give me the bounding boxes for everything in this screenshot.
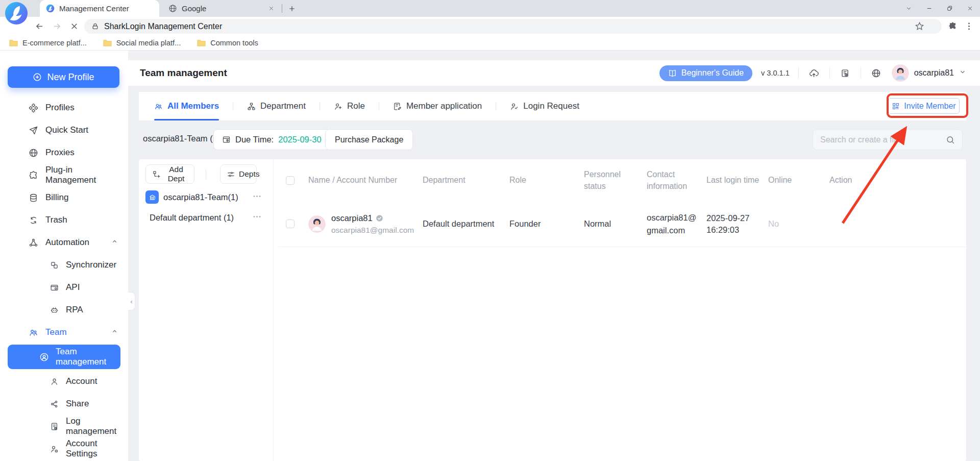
sidebar-item-quick-start[interactable]: Quick Start [0, 119, 128, 141]
column-header: Online [768, 174, 829, 186]
tab-member-application[interactable]: Member application [393, 92, 482, 120]
tab-login-request[interactable]: Login Request [510, 92, 579, 120]
member-last-login: 2025-09-27 16:29:03 [706, 213, 768, 235]
tab-search-button[interactable] [898, 0, 919, 17]
tab-close-icon[interactable] [266, 4, 276, 13]
tree-label: Default department (1) [150, 213, 234, 223]
org-plus-icon [152, 170, 161, 179]
share-icon [50, 400, 59, 408]
tab-label: All Members [167, 101, 219, 111]
invite-label: Invite Member [904, 102, 955, 111]
folder-icon [9, 39, 18, 46]
sidebar-label: Account [66, 376, 97, 386]
restore-icon [946, 5, 953, 12]
sidebar-item-account-settings[interactable]: Account Settings [0, 438, 128, 460]
sidebar-item-synchronizer[interactable]: Synchronizer [0, 254, 128, 276]
bookmark-label: E-commerce platf... [22, 39, 87, 47]
minimize-button[interactable] [919, 0, 939, 17]
filter-row: oscarpia81-Team (1) Due Time: 2025-09-30… [128, 129, 980, 150]
sidebar-item-profiles[interactable]: Profiles [0, 96, 128, 119]
tab-all-members[interactable]: All Members [154, 92, 219, 120]
person-circle-icon [39, 352, 49, 362]
due-date-value: 2025-09-30 [278, 135, 321, 144]
tab-separator [320, 102, 320, 110]
column-header: Action [829, 174, 966, 186]
members-card: Add Dept Depts oscarpia81-Team(1) Defaul… [139, 159, 966, 461]
chevron-up-icon [111, 237, 118, 248]
address-bar[interactable]: SharkLogin Management Center [84, 19, 942, 34]
panel-divider [273, 159, 274, 461]
sidebar-item-account[interactable]: Account [0, 370, 128, 393]
address-text: SharkLogin Management Center [104, 22, 222, 31]
logs-button[interactable] [839, 66, 852, 80]
purchase-package-button[interactable]: Purchase Package [325, 129, 413, 150]
select-all-checkbox[interactable] [286, 176, 295, 185]
column-header: Department [423, 174, 509, 186]
coins-icon [29, 193, 38, 203]
sidebar-item-share[interactable]: Share [0, 393, 128, 415]
sidebar-item-team-management[interactable]: Team management [8, 345, 120, 369]
tab-title: Management Center [59, 4, 129, 13]
user-menu[interactable]: oscarpia81 [892, 64, 966, 82]
sidebar-item-plugin-management[interactable]: Plug-in Management [0, 164, 128, 186]
due-time-pill[interactable]: Due Time: 2025-09-30 [213, 129, 330, 150]
add-dept-label: Add Dept [164, 165, 188, 183]
document-pen-icon [393, 102, 402, 111]
tree-item-default-department[interactable]: Default department (1) [139, 209, 273, 226]
table-row[interactable]: oscarpia81 oscarpia81@gmail.com Default … [278, 201, 966, 247]
add-dept-button[interactable]: Add Dept [145, 164, 194, 184]
tab-department[interactable]: Department [247, 92, 306, 120]
browser-tab-google[interactable]: Google [162, 0, 282, 17]
tab-title: Google [182, 4, 206, 13]
sidebar-item-billing[interactable]: Billing [0, 186, 128, 209]
sidebar: New Profile Profiles Quick Start Proxies [0, 51, 128, 461]
page-title: Team management [140, 67, 227, 79]
stop-button[interactable] [66, 19, 82, 34]
browser-menu-button[interactable] [964, 21, 974, 33]
language-button[interactable] [870, 66, 883, 80]
log-document-icon [50, 422, 59, 431]
verified-badge-icon [376, 214, 383, 222]
back-button[interactable] [32, 19, 47, 34]
sidebar-item-trash[interactable]: Trash [0, 209, 128, 231]
new-profile-button[interactable]: New Profile [8, 66, 119, 88]
header-actions: Beginner's Guide v 3.0.1.1 oscarpia81 [659, 64, 966, 82]
sidebar-label: Team management [56, 347, 112, 367]
tree-item-team[interactable]: oscarpia81-Team(1) [139, 188, 273, 206]
sidebar-item-team[interactable]: Team [0, 321, 128, 344]
tree-menu-button[interactable] [252, 212, 262, 224]
sidebar-item-log-management[interactable]: Log management [0, 415, 128, 438]
sharklogin-logo [5, 2, 28, 25]
department-panel: Add Dept Depts oscarpia81-Team(1) Defaul… [139, 159, 273, 461]
bookmark-folder-social[interactable]: Social media platf... [103, 39, 181, 47]
bookmark-folder-ecommerce[interactable]: E-commerce platf... [9, 39, 87, 47]
search-icon[interactable] [946, 135, 955, 144]
beginners-guide-button[interactable]: Beginner's Guide [659, 65, 752, 81]
browser-tab-management-center[interactable]: Management Center [40, 0, 159, 17]
calendar-clock-icon [222, 135, 231, 144]
new-tab-button[interactable] [286, 3, 298, 15]
sharklogin-favicon [46, 4, 55, 13]
cloud-upload-button[interactable] [807, 66, 821, 80]
invite-member-button[interactable]: Invite Member [888, 98, 960, 114]
sidebar-item-api[interactable]: API [0, 276, 128, 299]
new-profile-label: New Profile [47, 72, 94, 83]
maximize-button[interactable] [939, 0, 960, 17]
qr-invite-icon [892, 102, 900, 110]
tree-menu-button[interactable] [252, 191, 262, 203]
depts-button[interactable]: Depts [220, 164, 257, 184]
extensions-button[interactable] [948, 21, 958, 33]
bookmark-folder-common-tools[interactable]: Common tools [197, 39, 258, 47]
chevron-down-icon [905, 5, 912, 12]
search-input[interactable] [820, 135, 942, 144]
forward-button[interactable] [49, 19, 64, 34]
close-window-button[interactable] [960, 0, 980, 17]
row-checkbox[interactable] [286, 220, 295, 228]
sidebar-label: Billing [45, 192, 68, 203]
sidebar-item-proxies[interactable]: Proxies [0, 141, 128, 164]
bookmark-star-button[interactable] [915, 21, 924, 33]
sidebar-item-automation[interactable]: Automation [0, 231, 128, 254]
tab-role[interactable]: Role [334, 92, 365, 120]
sidebar-item-rpa[interactable]: RPA [0, 299, 128, 321]
puzzle-icon [948, 21, 958, 31]
